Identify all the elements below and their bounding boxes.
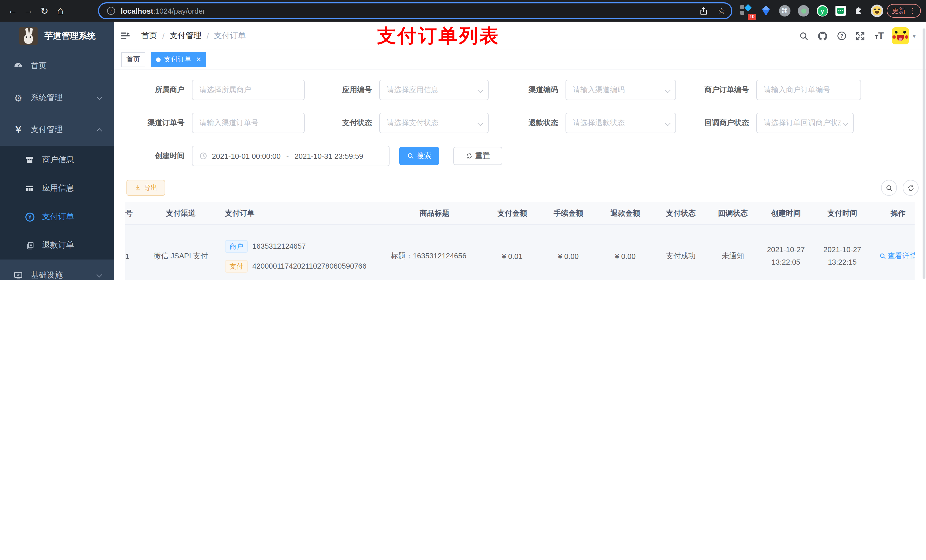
yen-icon: ￥	[11, 124, 25, 136]
filter-label: 所属商户	[116, 80, 185, 100]
merchant-tag: 商户	[225, 240, 248, 252]
date-start: 2021-10-01 00:00:00	[212, 152, 280, 160]
profile-avatar-icon[interactable]	[870, 4, 884, 18]
extension-dot-icon[interactable]	[797, 4, 810, 18]
browser-back-icon[interactable]: ←	[5, 5, 21, 17]
app-logo[interactable]: 芋道管理系统	[0, 22, 114, 50]
search-icon	[407, 152, 414, 159]
reset-button[interactable]: 重置	[453, 147, 502, 165]
extension-badge: 10	[748, 14, 756, 20]
filter-app: 应用编号 请选择应用信息	[304, 80, 489, 100]
breadcrumb: 首页 / 支付管理 / 支付订单	[141, 22, 246, 50]
browser-menu-icon[interactable]: ⋮	[909, 7, 916, 15]
browser-reload-icon[interactable]: ↻	[36, 5, 52, 17]
browser-home-icon[interactable]: ⌂	[52, 5, 68, 17]
refresh-icon	[466, 152, 472, 159]
col-header-channel: 支付渠道	[142, 202, 219, 224]
app-select[interactable]: 请选择应用信息	[379, 80, 489, 100]
extension-y-icon[interactable]: y	[816, 4, 829, 18]
browser-update-button[interactable]: 更新⋮	[887, 4, 921, 18]
cell-refund: ¥ 0.00	[597, 225, 654, 280]
sidebar-item-label: 退款订单	[42, 240, 74, 251]
col-header-pay-order: 支付订单	[219, 202, 384, 224]
breadcrumb-payment[interactable]: 支付管理	[170, 31, 201, 41]
cell-channel: 微信 JSAPI 支付	[142, 225, 219, 280]
pay-status-select[interactable]: 请选择支付状态	[379, 113, 489, 133]
chevron-down-icon	[478, 88, 483, 93]
cell-fee: ¥ 0.00	[540, 225, 597, 280]
sidebar-item-payment[interactable]: ￥ 支付管理	[0, 114, 114, 146]
site-info-icon[interactable]: i	[107, 7, 115, 15]
browser-forward-icon[interactable]: →	[21, 5, 36, 17]
filter-merchant-order-no: 商户订单编号 请输入商户订单编号	[681, 80, 861, 100]
filter-label: 创建时间	[116, 146, 185, 166]
pay-circle-icon: ¥	[23, 212, 36, 222]
bookmark-star-icon[interactable]: ☆	[718, 6, 726, 16]
address-bar[interactable]: i localhost:1024/pay/order ☆	[98, 2, 732, 20]
channel-code-select[interactable]: 请输入渠道编码	[566, 80, 676, 100]
tab-home[interactable]: 首页	[121, 52, 145, 67]
font-size-icon[interactable]: TT	[870, 22, 889, 50]
github-icon[interactable]	[814, 22, 832, 50]
sidebar-item-merchant-info[interactable]: 商户信息	[0, 146, 114, 174]
toggle-search-button[interactable]	[881, 180, 897, 196]
date-range-input[interactable]: 2021-10-01 00:00:00 - 2021-10-31 23:59:5…	[192, 146, 390, 166]
merchant-input[interactable]: 请选择所属商户	[192, 80, 305, 100]
fullscreen-icon[interactable]	[851, 22, 870, 50]
channel-order-no-input[interactable]: 请输入渠道订单号	[192, 113, 305, 133]
breadcrumb-home[interactable]: 首页	[141, 31, 157, 41]
grid-icon	[23, 184, 36, 193]
sidebar-collapse-icon[interactable]	[120, 30, 131, 42]
filter-pay-status: 支付状态 请选择支付状态	[304, 113, 489, 133]
sidebar-item-system[interactable]: ⚙ 系统管理	[0, 82, 114, 114]
sidebar-item-pay-order[interactable]: ¥ 支付订单	[0, 202, 114, 231]
view-detail-link[interactable]: 查看详情	[879, 251, 915, 261]
col-header-created: 创建时间	[758, 202, 814, 224]
extension-command-icon[interactable]: ⌘	[778, 4, 791, 18]
chevron-down-icon	[665, 120, 670, 126]
sidebar-item-label: 支付管理	[31, 125, 63, 135]
merchant-order-no: 1635312124657	[252, 242, 306, 251]
svg-text:¥: ¥	[28, 214, 31, 220]
orders-table: 编号 支付渠道 支付订单 商品标题 支付金额 手续金额 退款金额 支付状态 回调…	[125, 202, 915, 280]
sidebar-item-refund-order[interactable]: 退款订单	[0, 231, 114, 260]
sidebar-item-label: 系统管理	[31, 93, 63, 103]
filter-merchant: 所属商户 请选择所属商户	[116, 80, 305, 100]
filter-create-time: 创建时间 2021-10-01 00:00:00 - 2021-10-31 23…	[116, 146, 390, 166]
avatar-caret-icon[interactable]: ▾	[912, 32, 916, 39]
extension-chat-icon[interactable]	[834, 4, 847, 18]
sidebar-item-home[interactable]: 首页	[0, 50, 114, 82]
refresh-table-button[interactable]	[903, 180, 918, 196]
extension-gem-icon[interactable]	[759, 4, 773, 18]
user-avatar[interactable]	[892, 27, 909, 44]
page-scrollbar[interactable]	[923, 26, 925, 280]
tab-pay-order[interactable]: 支付订单✕	[151, 52, 206, 67]
filter-label: 商户订单编号	[681, 80, 749, 100]
sidebar-item-label: 支付订单	[42, 212, 74, 222]
extensions-puzzle-icon[interactable]	[852, 4, 865, 18]
chevron-down-icon	[478, 120, 483, 126]
share-icon[interactable]	[699, 6, 708, 15]
main-area: 首页 / 支付管理 / 支付订单 支付订单列表 ? TT ▾	[114, 22, 926, 280]
sidebar-item-app-info[interactable]: 应用信息	[0, 174, 114, 202]
cell-status: 支付成功	[654, 225, 708, 280]
search-icon[interactable]	[795, 22, 814, 50]
sidebar-item-infra[interactable]: 基础设施	[0, 260, 114, 280]
scrollbar-thumb[interactable]	[923, 29, 925, 279]
gear-icon: ⚙	[11, 92, 25, 103]
refund-status-select[interactable]: 请选择退款状态	[566, 113, 676, 133]
notify-status-select[interactable]: 请选择订单回调商户状态	[756, 113, 854, 133]
extension-sketch-icon[interactable]: 10	[739, 4, 753, 18]
export-button[interactable]: 导出	[126, 180, 165, 196]
help-icon[interactable]: ?	[832, 22, 851, 50]
page-content: 所属商户 请选择所属商户 应用编号 请选择应用信息 渠道编码 请输入渠道编码 商…	[114, 69, 926, 280]
merchant-order-no-input[interactable]: 请输入商户订单编号	[756, 80, 861, 100]
close-icon[interactable]: ✕	[196, 56, 201, 63]
col-header-title: 商品标题	[384, 202, 485, 224]
search-button[interactable]: 搜索	[399, 147, 439, 165]
chevron-down-icon	[97, 272, 102, 278]
cell-title: 标题：1635312124656	[384, 225, 485, 280]
chevron-up-icon	[97, 128, 102, 134]
filter-label: 渠道订单号	[116, 113, 185, 133]
tags-view-bar: 首页 支付订单✕	[114, 50, 926, 69]
